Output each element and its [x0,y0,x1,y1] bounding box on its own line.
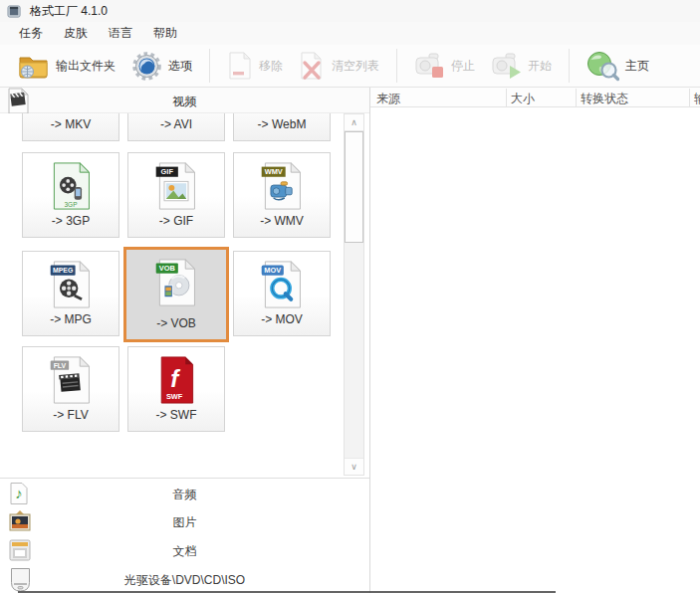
svg-text:GIF: GIF [161,167,174,176]
format-factory-window: 格式工厂 4.1.0 任务 皮肤 语言 帮助 输出文件夹 选项 [0,0,700,593]
toolbar: 输出文件夹 选项 移除 [0,45,700,88]
format-label: -> WebM [234,117,330,131]
toolbar-button-label: 主页 [625,58,649,75]
mpg-format-icon: MPEG [47,259,95,310]
format-label: -> MOV [234,312,330,326]
format-cell-avi[interactable]: -> AVI [127,113,225,141]
swf-format-icon: f SWF [152,354,200,406]
section-label: 图片 [0,514,369,531]
start-icon [491,52,522,81]
scroll-down-icon[interactable]: ∨ [345,458,363,475]
menubar: 任务 皮肤 语言 帮助 [0,22,700,45]
homepage-globe-icon [586,51,619,82]
format-grid-scrollbar[interactable]: ∧ ∨ [344,113,364,476]
format-label: -> MKV [23,117,118,131]
mov-format-icon: MOV [258,259,306,310]
column-header-output[interactable]: 输出 [694,91,700,107]
format-sidebar: 视频 -> MKV -> AVI -> WebM [0,88,370,593]
sidebar-section-picture[interactable]: 图片 [0,506,369,535]
task-table-header: 来源 大小 转换状态 输出 [370,88,700,107]
stop-button[interactable]: 停止 [406,47,483,85]
sidebar-section-disc-drive[interactable]: 光驱设备\DVD\CD\ISO [0,564,369,593]
menu-item-help[interactable]: 帮助 [146,22,184,45]
menu-item-tasks[interactable]: 任务 [12,22,50,45]
menu-item-skin[interactable]: 皮肤 [57,22,95,45]
task-table-body[interactable] [370,108,700,593]
wmv-format-icon: WMV [258,160,306,212]
toolbar-separator [396,49,397,83]
format-cell-swf[interactable]: f SWF -> SWF [127,346,225,432]
format-label: -> 3GP [23,214,118,228]
titlebar: 格式工厂 4.1.0 [0,0,700,22]
column-header-size[interactable]: 大小 [511,91,535,107]
homepage-button[interactable]: 主页 [579,47,657,85]
format-label: -> VOB [126,316,226,330]
toolbar-separator [569,49,570,83]
format-cell-webm[interactable]: -> WebM [233,113,331,141]
column-header-status[interactable]: 转换状态 [581,91,628,107]
svg-text:3GP: 3GP [65,201,78,208]
format-factory-app-icon [7,4,22,19]
options-button[interactable]: 选项 [123,47,200,85]
svg-text:MPEG: MPEG [53,267,73,274]
format-cell-gif[interactable]: GIF -> GIF [127,152,225,238]
column-resize-handle[interactable] [689,89,690,106]
format-grid: -> MKV -> AVI -> WebM 3GP [0,113,369,476]
column-header-source[interactable]: 来源 [376,91,400,107]
sidebar-section-document[interactable]: 文档 [0,535,369,564]
clear-list-button[interactable]: 清空列表 [291,47,387,85]
toolbar-button-label: 移除 [259,58,283,75]
svg-text:MOV: MOV [264,266,281,275]
clear-list-icon [299,51,326,81]
format-cell-mpg[interactable]: MPEG -> MPG [22,251,119,336]
format-label: -> SWF [128,408,224,422]
menu-item-language[interactable]: 语言 [102,22,139,45]
output-folder-icon [18,53,50,80]
section-label: 光驱设备\DVD\CD\ISO [0,572,369,589]
toolbar-separator [209,49,210,83]
task-list-panel: 来源 大小 转换状态 输出 [370,88,700,593]
format-cell-mov[interactable]: MOV -> MOV [233,251,331,336]
options-gear-icon [131,51,162,82]
format-label: -> AVI [128,117,224,131]
toolbar-button-label: 输出文件夹 [56,58,116,75]
gif-format-icon: GIF [152,160,200,212]
format-label: -> GIF [128,214,224,228]
3gp-format-icon: 3GP [47,160,95,212]
format-label: -> FLV [23,408,118,422]
stop-icon [414,52,445,81]
svg-text:FLV: FLV [54,362,67,369]
svg-text:SWF: SWF [166,392,183,401]
sidebar-section-audio[interactable]: ♪ 音频 [0,478,369,506]
scrollbar-thumb[interactable] [345,131,363,243]
format-label: -> MPG [23,312,118,326]
output-folder-button[interactable]: 输出文件夹 [10,47,123,85]
format-cell-3gp[interactable]: 3GP -> 3GP [22,152,119,238]
toolbar-button-label: 开始 [528,58,552,75]
remove-button[interactable]: 移除 [219,47,291,85]
start-button[interactable]: 开始 [483,47,560,85]
format-label: -> WMV [234,214,330,228]
section-label: 文档 [0,543,369,560]
toolbar-button-label: 清空列表 [332,58,379,75]
column-resize-handle[interactable] [506,89,507,106]
video-section-label: 视频 [0,94,369,110]
format-cell-mkv[interactable]: -> MKV [22,113,119,141]
window-title: 格式工厂 4.1.0 [30,3,108,20]
toolbar-button-label: 选项 [168,58,192,75]
remove-file-icon [227,51,253,81]
toolbar-button-label: 停止 [451,58,475,75]
flv-format-icon: FLV [47,354,95,406]
svg-text:VOB: VOB [159,264,175,273]
svg-text:WMV: WMV [265,167,283,176]
format-cell-vob[interactable]: VOB -> VOB [123,247,229,342]
column-resize-handle[interactable] [576,89,577,106]
section-label: 音频 [0,487,369,503]
scroll-up-icon[interactable]: ∧ [345,114,363,131]
format-cell-flv[interactable]: FLV -> FLV [22,346,119,432]
vob-format-icon: VOB [152,257,200,308]
sidebar-section-video[interactable]: 视频 [0,88,369,113]
format-cell-wmv[interactable]: WMV -> WMV [233,152,331,238]
